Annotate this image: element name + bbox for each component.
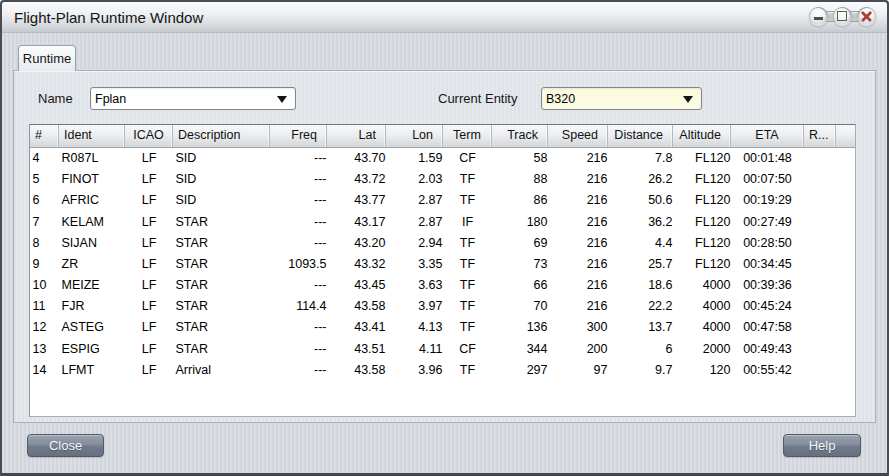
cell-r bbox=[804, 296, 836, 317]
cell-: 11 bbox=[30, 296, 59, 317]
cell-ident: FJR bbox=[59, 296, 125, 317]
cell-description: Arrival bbox=[173, 360, 270, 381]
cell-altitude: 120 bbox=[673, 360, 731, 381]
column-header-icao[interactable]: ICAO bbox=[125, 125, 173, 147]
cell-eta: 00:47:58 bbox=[731, 317, 804, 338]
cell-eta: 00:28:50 bbox=[731, 233, 804, 254]
column-header-ident[interactable]: Ident bbox=[59, 125, 125, 147]
cell-lat: 43.77 bbox=[327, 190, 386, 211]
cell-lon: 3.97 bbox=[386, 296, 443, 317]
cell-lat: 43.70 bbox=[327, 148, 386, 169]
cell-speed: 97 bbox=[548, 360, 608, 381]
cell-freq: --- bbox=[270, 190, 327, 211]
cell-freq: --- bbox=[270, 317, 327, 338]
cell-icao: LF bbox=[125, 275, 173, 296]
cell-: 6 bbox=[30, 190, 59, 211]
cell-eta: 00:19:29 bbox=[731, 190, 804, 211]
table-row[interactable]: 7KELAMLFSTAR---43.172.87IF18021636.2FL12… bbox=[30, 212, 855, 233]
cell-altitude: FL120 bbox=[673, 148, 731, 169]
column-header-[interactable]: # bbox=[30, 125, 59, 147]
cell-distance: 18.6 bbox=[608, 275, 673, 296]
tab-runtime[interactable]: Runtime bbox=[18, 45, 76, 71]
column-header-lon[interactable]: Lon bbox=[386, 125, 443, 147]
cell-icao: LF bbox=[125, 169, 173, 190]
cell-description: STAR bbox=[173, 275, 270, 296]
column-header-lat[interactable]: Lat bbox=[327, 125, 386, 147]
name-combobox[interactable]: Fplan bbox=[90, 87, 296, 110]
cell-track: 180 bbox=[492, 212, 548, 233]
maximize-button[interactable] bbox=[833, 7, 852, 26]
cell-ident: LFMT bbox=[59, 360, 125, 381]
cell-icao: LF bbox=[125, 317, 173, 338]
title-bar[interactable]: Flight-Plan Runtime Window bbox=[2, 2, 887, 33]
cell-distance: 9.7 bbox=[608, 360, 673, 381]
column-header-r[interactable]: R... bbox=[804, 125, 836, 147]
column-header-description[interactable]: Description bbox=[173, 125, 270, 147]
cell-lat: 43.20 bbox=[327, 233, 386, 254]
table-row[interactable]: 11FJRLFSTAR114.443.583.97TF7021622.24000… bbox=[30, 296, 855, 317]
cell-altitude: 4000 bbox=[673, 275, 731, 296]
cell-description: SID bbox=[173, 148, 270, 169]
cell-speed: 216 bbox=[548, 190, 608, 211]
cell-: 12 bbox=[30, 317, 59, 338]
cell-r bbox=[804, 339, 836, 360]
cell-ident: SIJAN bbox=[59, 233, 125, 254]
table-row[interactable]: 13ESPIGLFSTAR---43.514.11CF3442006200000… bbox=[30, 339, 855, 360]
maximize-icon bbox=[837, 11, 847, 21]
column-header-altitude[interactable]: Altitude bbox=[673, 125, 731, 147]
cell-speed: 216 bbox=[548, 169, 608, 190]
current-entity-combobox[interactable]: B320 bbox=[541, 87, 702, 110]
minimize-button[interactable] bbox=[809, 7, 828, 26]
cell-eta: 00:34:45 bbox=[731, 254, 804, 275]
table-row[interactable]: 6AFRICLFSID---43.772.87TF8621650.6FL1200… bbox=[30, 190, 855, 211]
window-button-face bbox=[859, 8, 875, 24]
column-header-track[interactable]: Track bbox=[492, 125, 548, 147]
table-row[interactable]: 12ASTEGLFSTAR---43.414.13TF13630013.7400… bbox=[30, 317, 855, 338]
cell-: 5 bbox=[30, 169, 59, 190]
table-row[interactable]: 14LFMTLFArrival---43.583.96TF297979.7120… bbox=[30, 360, 855, 381]
cell-term: TF bbox=[443, 360, 492, 381]
cell-freq: --- bbox=[270, 212, 327, 233]
cell-term: TF bbox=[443, 169, 492, 190]
cell-term: CF bbox=[443, 339, 492, 360]
table-row[interactable]: 9ZRLFSTAR1093.543.323.35TF7321625.7FL120… bbox=[30, 254, 855, 275]
current-entity-combobox-dropdown-icon[interactable] bbox=[683, 96, 693, 103]
cell-ident: KELAM bbox=[59, 212, 125, 233]
cell-lat: 43.41 bbox=[327, 317, 386, 338]
column-header-term[interactable]: Term bbox=[443, 125, 492, 147]
table-row[interactable]: 8SIJANLFSTAR---43.202.94TF692164.4FL1200… bbox=[30, 233, 855, 254]
cell-eta: 00:45:24 bbox=[731, 296, 804, 317]
waypoint-table-header: #IdentICAODescriptionFreqLatLonTermTrack… bbox=[30, 125, 855, 148]
cell-speed: 216 bbox=[548, 212, 608, 233]
cell-lat: 43.45 bbox=[327, 275, 386, 296]
column-header-freq[interactable]: Freq bbox=[270, 125, 327, 147]
cell-track: 86 bbox=[492, 190, 548, 211]
column-header-filler bbox=[836, 125, 855, 147]
cell-freq: --- bbox=[270, 339, 327, 360]
close-button[interactable]: Close bbox=[27, 434, 104, 457]
cell-description: STAR bbox=[173, 296, 270, 317]
table-row[interactable]: 5FINOTLFSID---43.722.03TF8821626.2FL1200… bbox=[30, 169, 855, 190]
cell-lon: 2.94 bbox=[386, 233, 443, 254]
cell-icao: LF bbox=[125, 296, 173, 317]
column-header-speed[interactable]: Speed bbox=[548, 125, 608, 147]
cell-freq: --- bbox=[270, 169, 327, 190]
cell-r bbox=[804, 360, 836, 381]
table-row[interactable]: 10MEIZELFSTAR---43.453.63TF6621618.64000… bbox=[30, 275, 855, 296]
column-header-distance[interactable]: Distance bbox=[608, 125, 673, 147]
cell-: 4 bbox=[30, 148, 59, 169]
cell-distance: 22.2 bbox=[608, 296, 673, 317]
cell-description: STAR bbox=[173, 233, 270, 254]
cell-distance: 26.2 bbox=[608, 169, 673, 190]
name-combobox-dropdown-icon[interactable] bbox=[277, 96, 287, 103]
cell-track: 88 bbox=[492, 169, 548, 190]
cell-icao: LF bbox=[125, 339, 173, 360]
help-button[interactable]: Help bbox=[783, 434, 861, 457]
column-header-eta[interactable]: ETA bbox=[731, 125, 804, 147]
close-window-button[interactable] bbox=[857, 7, 876, 26]
table-row[interactable]: 4R087LLFSID---43.701.59CF582167.8FL12000… bbox=[30, 148, 855, 169]
cell-lon: 1.59 bbox=[386, 148, 443, 169]
cell-lon: 2.87 bbox=[386, 190, 443, 211]
cell-term: TF bbox=[443, 275, 492, 296]
cell-: 7 bbox=[30, 212, 59, 233]
